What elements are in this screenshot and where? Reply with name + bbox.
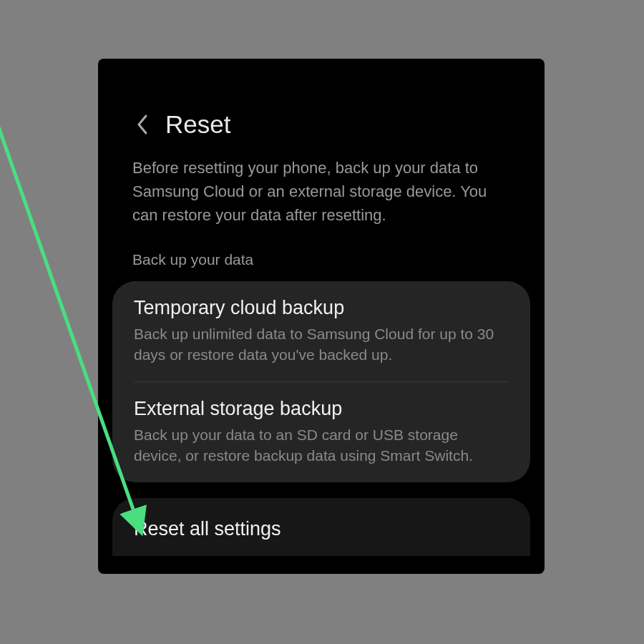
external-storage-backup-item[interactable]: External storage backup Back up your dat…	[112, 382, 530, 482]
temporary-cloud-backup-item[interactable]: Temporary cloud backup Back up unlimited…	[112, 281, 530, 381]
reset-options-card: Reset all settings	[112, 498, 530, 556]
page-description: Before resetting your phone, back up you…	[98, 156, 545, 247]
list-item-title: External storage backup	[134, 398, 509, 420]
phone-screen: Reset Before resetting your phone, back …	[98, 59, 545, 574]
reset-all-settings-item[interactable]: Reset all settings	[112, 498, 530, 556]
section-header-backup: Back up your data	[98, 247, 545, 281]
list-item-description: Back up your data to an SD card or USB s…	[134, 424, 509, 467]
back-button[interactable]	[128, 110, 157, 139]
header-bar: Reset	[98, 59, 545, 156]
list-item-description: Back up unlimited data to Samsung Cloud …	[134, 323, 509, 366]
list-item-title: Temporary cloud backup	[134, 297, 509, 319]
list-item-title: Reset all settings	[134, 518, 509, 540]
chevron-left-icon	[136, 114, 149, 135]
backup-options-card: Temporary cloud backup Back up unlimited…	[112, 281, 530, 482]
page-title: Reset	[165, 110, 230, 139]
